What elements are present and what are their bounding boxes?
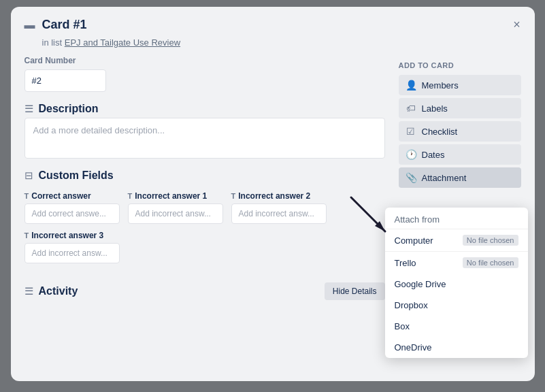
custom-field-3: T Incorrect answer 3 Add incorrect answ.… [24,231,120,263]
activity-title: Activity [39,285,78,297]
no-file-badge-computer: No file chosen [463,235,518,246]
card-number-value: #2 [24,69,106,92]
attach-googledrive-item[interactable]: Google Drive [385,274,528,295]
onedrive-label: OneDrive [395,342,432,353]
attach-dropbox-item[interactable]: Dropbox [385,295,528,316]
checklist-icon: ☑ [406,126,416,137]
members-label: Members [422,80,459,91]
checklist-button[interactable]: ☑ Checklist [399,121,521,142]
description-header: ☰ Description [24,103,385,115]
custom-field-0: T Correct answer Add correct answe... [24,191,120,224]
members-icon: 👤 [406,80,416,91]
custom-field-label-3: T Incorrect answer 3 [24,231,120,240]
custom-field-input-1[interactable]: Add incorrect answ... [128,203,223,224]
no-file-badge-trello: No file chosen [463,257,518,268]
card-icon: ▬ [24,19,35,31]
googledrive-label: Google Drive [395,279,446,289]
labels-label: Labels [422,103,448,114]
card-modal: ▬ Card #1 × in list EPJ and Tailgate Use… [11,7,535,381]
field-type-icon-3: T [24,231,29,240]
card-number-group: Card Number #2 [24,56,385,92]
custom-field-input-2[interactable]: Add incorrect answ... [231,203,327,224]
description-input[interactable]: Add a more detailed description... [24,118,385,159]
custom-field-1: T Incorrect answer 1 Add incorrect answ.… [128,191,223,224]
labels-button[interactable]: 🏷 Labels [399,98,521,118]
dropbox-label: Dropbox [395,300,428,310]
add-to-card-label: Add to card [399,56,521,72]
fields-row-2: T Incorrect answer 3 Add incorrect answ.… [24,231,385,263]
attach-header: Attach from [385,208,528,229]
attachment-dropdown: Attach from Computer No file chosen Trel… [385,208,528,358]
modal-title: Card #1 [42,18,87,32]
custom-field-label-0: T Correct answer [24,191,120,201]
custom-fields-section: ⊟ Custom Fields T Correct answer Add cor… [24,169,385,263]
card-number-label: Card Number [24,56,385,65]
field-type-icon-1: T [128,192,133,200]
custom-field-label-2: T Incorrect answer 2 [231,191,327,201]
list-link[interactable]: EPJ and Tailgate Use Review [65,37,180,48]
custom-field-label-1: T Incorrect answer 1 [128,191,223,201]
attach-computer-item[interactable]: Computer No file chosen [385,229,528,252]
activity-section: ☰ Activity Hide Details [24,274,385,303]
attach-trello-item[interactable]: Trello No file chosen [385,252,528,274]
custom-field-input-0[interactable]: Add correct answe... [24,203,120,224]
custom-field-2: T Incorrect answer 2 Add incorrect answ.… [231,191,327,224]
trello-label: Trello [395,258,416,268]
description-icon: ☰ [24,103,33,115]
dates-icon: 🕐 [406,149,416,160]
checklist-label: Checklist [422,127,458,137]
custom-fields-header: ⊟ Custom Fields [24,169,385,182]
description-title: Description [39,103,99,115]
attachment-label: Attachment [422,173,467,183]
attach-box-item[interactable]: Box [385,316,528,337]
custom-field-input-3[interactable]: Add incorrect answ... [24,243,120,263]
close-button[interactable]: × [508,15,527,34]
box-label: Box [395,321,410,331]
dates-button[interactable]: 🕐 Dates [399,144,521,165]
modal-header: ▬ Card #1 × [11,7,535,37]
modal-overlay: ▬ Card #1 × in list EPJ and Tailgate Use… [0,0,545,392]
dates-label: Dates [422,150,445,160]
modal-subtitle: in list EPJ and Tailgate Use Review [11,37,535,56]
attachment-icon: 📎 [406,172,416,183]
field-type-icon-2: T [231,192,236,200]
members-button[interactable]: 👤 Members [399,75,521,95]
subtitle-prefix: in list [42,37,63,48]
main-content: Card Number #2 ☰ Description Add a more … [24,56,385,370]
hide-details-button[interactable]: Hide Details [325,282,385,300]
computer-label: Computer [395,235,433,246]
fields-row-1: T Correct answer Add correct answe... T … [24,191,385,224]
custom-fields-title: Custom Fields [39,169,114,182]
description-section: ☰ Description Add a more detailed descri… [24,103,385,159]
custom-fields-icon: ⊟ [24,169,33,182]
attach-onedrive-item[interactable]: OneDrive [385,337,528,358]
field-type-icon-0: T [24,192,29,200]
activity-icon: ☰ [24,285,33,297]
attachment-button[interactable]: 📎 Attachment [399,167,521,188]
labels-icon: 🏷 [406,103,416,114]
